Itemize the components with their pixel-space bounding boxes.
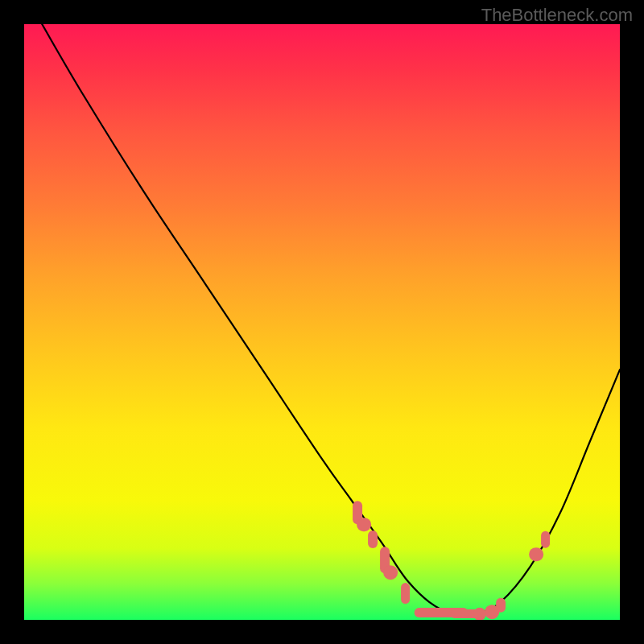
data-marker	[541, 531, 551, 548]
data-marker	[485, 605, 499, 620]
plot-area	[24, 24, 620, 620]
data-marker	[380, 547, 390, 573]
data-marker	[496, 597, 506, 613]
data-marker	[357, 518, 371, 532]
data-marker	[353, 501, 362, 525]
watermark-label: TheBottleneck.com	[481, 5, 633, 26]
data-marker	[401, 583, 411, 604]
bottleneck-curve	[24, 24, 620, 620]
data-marker	[473, 607, 486, 620]
data-marker	[368, 530, 378, 548]
data-marker	[530, 547, 544, 562]
data-marker	[383, 565, 398, 580]
data-marker	[415, 608, 469, 617]
data-marker	[450, 609, 480, 619]
